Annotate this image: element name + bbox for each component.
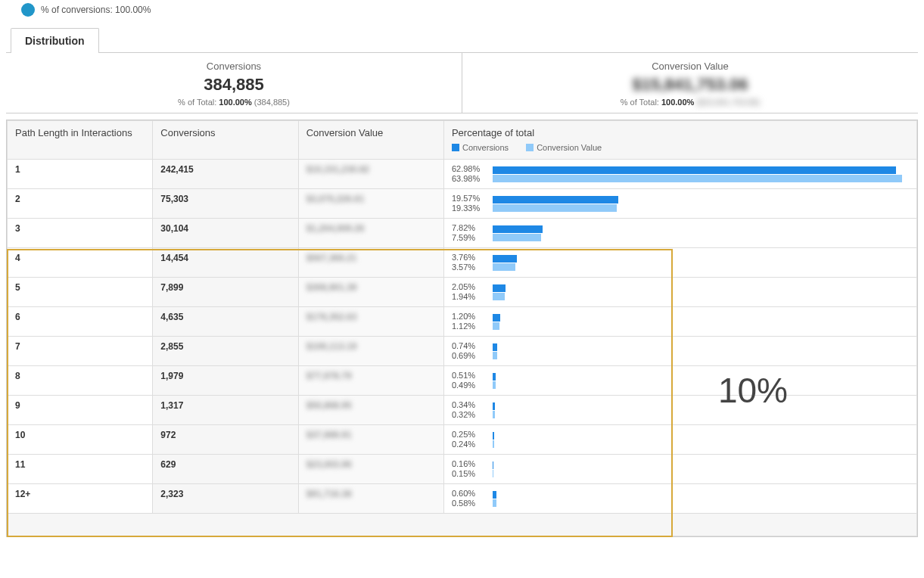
cell-path: 1	[8, 160, 153, 189]
swatch-conversions-icon	[452, 144, 459, 151]
cell-percentage: 0.16%0.15%	[443, 455, 916, 484]
percentage-legend: Conversions Conversion Value	[452, 143, 909, 153]
metric-conversion-value: Conversion Value $15,841,753.06 % of Tot…	[462, 53, 918, 113]
cell-conversion-value: $23,003.96	[298, 455, 443, 484]
table-row[interactable]: 12+2,323$91,716.380.60%0.58%	[8, 484, 917, 514]
table-row[interactable]: 81,979$77,978.790.51%0.49%	[8, 366, 917, 396]
table-row[interactable]: 64,635$178,352.631.20%1.12%	[8, 307, 917, 337]
table-header-row: Path Length in Interactions Conversions …	[8, 121, 917, 160]
tab-distribution[interactable]: Distribution	[11, 28, 99, 53]
cell-conversion-value: $109,113.19	[298, 337, 443, 366]
metric-title: Conversions	[6, 61, 462, 72]
pct-labels: 62.98%63.98%	[452, 164, 490, 184]
table-row[interactable]: 57,899$308,901.392.05%1.94%	[8, 278, 917, 307]
bar-conversion-value	[493, 411, 495, 418]
cell-conversions: 972	[153, 425, 298, 455]
cell-conversion-value: $3,070,226.61	[298, 189, 443, 219]
table-row[interactable]: 10972$37,989.910.25%0.24%	[8, 425, 917, 455]
bar-conversion-value	[493, 470, 493, 477]
cell-path: 2	[8, 189, 153, 219]
col-conversion-value[interactable]: Conversion Value	[298, 121, 443, 160]
cell-percentage: 1.20%1.12%	[443, 307, 916, 337]
pct-bars	[490, 490, 909, 508]
cell-path: 9	[8, 396, 153, 425]
cell-conversion-value: $37,989.91	[298, 425, 443, 455]
pct-bars	[490, 254, 909, 272]
col-percentage[interactable]: Percentage of total Conversions Conversi…	[443, 121, 916, 160]
pct-labels: 0.25%0.24%	[452, 430, 490, 449]
cell-path: 4	[8, 248, 153, 278]
table-row[interactable]: 11629$23,003.960.16%0.15%	[8, 455, 917, 484]
cell-conversions: 4,635	[153, 307, 298, 337]
cell-path: 3	[8, 219, 153, 248]
table-row[interactable]: 1242,415$10,151,230.8262.98%63.98%	[8, 160, 917, 189]
cell-conversion-value: $567,366.21	[298, 248, 443, 278]
cell-path: 5	[8, 278, 153, 307]
cell-conversions: 75,303	[153, 189, 298, 219]
bar-conversion-value	[493, 381, 496, 389]
cell-path: 12+	[8, 484, 153, 514]
pct-labels: 7.82%7.59%	[452, 223, 490, 243]
table-row[interactable]: 414,454$567,366.213.76%3.57%	[8, 248, 917, 278]
cell-conversion-value: $77,978.79	[298, 366, 443, 396]
bar-conversion-value	[493, 322, 499, 330]
bar-conversions	[493, 491, 496, 499]
pct-bars	[490, 402, 909, 419]
pct-bars	[490, 461, 909, 478]
cell-conversions: 629	[153, 455, 298, 484]
table-row[interactable]: 275,303$3,070,226.6119.57%19.33%	[8, 189, 917, 219]
cell-percentage: 0.51%0.49%	[443, 366, 916, 396]
cell-path: 10	[8, 425, 153, 455]
bar-conversion-value	[493, 263, 515, 271]
bar-conversions	[493, 461, 493, 469]
table-row[interactable]: 91,317$50,868.950.34%0.32%	[8, 396, 917, 425]
col-conversions[interactable]: Conversions	[153, 121, 298, 160]
cell-conversions: 1,979	[153, 366, 298, 396]
cell-percentage: 0.74%0.69%	[443, 337, 916, 366]
table-row[interactable]: 72,855$109,113.190.74%0.69%	[8, 337, 917, 366]
data-table-wrap: Path Length in Interactions Conversions …	[6, 120, 918, 537]
cell-percentage: 62.98%63.98%	[443, 160, 916, 189]
pct-labels: 0.34%0.32%	[452, 400, 490, 420]
metric-value: 384,885	[6, 72, 462, 98]
cell-conversion-value: $308,901.39	[298, 278, 443, 307]
bar-conversions	[493, 432, 494, 440]
cell-conversions: 1,317	[153, 396, 298, 425]
cell-conversions: 14,454	[153, 248, 298, 278]
pct-bars	[490, 195, 909, 213]
bar-conversions	[493, 225, 543, 233]
bar-conversion-value	[493, 204, 617, 212]
cell-conversions: 2,855	[153, 337, 298, 366]
cell-percentage: 2.05%1.94%	[443, 278, 916, 307]
cell-path: 11	[8, 455, 153, 484]
cell-conversions: 30,104	[153, 219, 298, 248]
legend-swatch-icon	[21, 3, 35, 17]
pct-bars	[490, 166, 909, 183]
bar-conversions	[493, 402, 495, 410]
pct-labels: 0.16%0.15%	[452, 459, 490, 479]
swatch-conversion-value-icon	[526, 144, 534, 151]
bar-conversion-value	[493, 440, 494, 448]
table-row[interactable]: 330,104$1,204,009.267.82%7.59%	[8, 219, 917, 248]
metric-title: Conversion Value	[462, 61, 918, 72]
cell-percentage: 7.82%7.59%	[443, 219, 916, 248]
col-path-length[interactable]: Path Length in Interactions	[8, 121, 153, 160]
cell-conversion-value: $10,151,230.82	[298, 160, 443, 189]
chart-legend: % of conversions: 100.00%	[6, 0, 918, 24]
pct-labels: 0.60%0.58%	[452, 489, 490, 508]
pct-bars	[490, 372, 909, 390]
bar-conversion-value	[493, 352, 497, 359]
cell-conversions: 7,899	[153, 278, 298, 307]
bar-conversions	[493, 343, 497, 351]
bar-conversions	[493, 255, 517, 263]
metric-subtotal: % of Total: 100.00% ($15,841,753.06)	[462, 98, 918, 107]
cell-path: 7	[8, 337, 153, 366]
tab-bar: Distribution	[6, 27, 918, 53]
pct-labels: 0.74%0.69%	[452, 341, 490, 361]
bar-conversion-value	[493, 499, 496, 507]
metric-subtotal: % of Total: 100.00% (384,885)	[6, 98, 462, 107]
metric-conversions: Conversions 384,885 % of Total: 100.00% …	[6, 53, 462, 113]
pct-labels: 3.76%3.57%	[452, 253, 490, 272]
cell-percentage: 0.60%0.58%	[443, 484, 916, 514]
bar-conversions	[493, 314, 500, 322]
